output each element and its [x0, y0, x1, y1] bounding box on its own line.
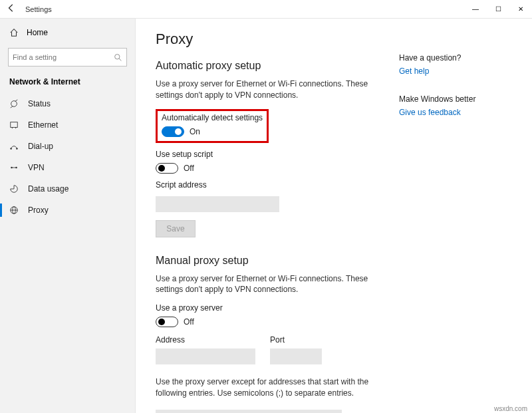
- page-title: Proxy: [156, 31, 386, 48]
- minimize-button[interactable]: —: [464, 0, 487, 19]
- sidebar-item-label: VPN: [28, 163, 45, 172]
- svg-rect-5: [11, 122, 18, 128]
- svg-point-0: [115, 54, 120, 59]
- proxy-address-label: Address: [156, 335, 255, 344]
- sidebar-item-proxy[interactable]: Proxy: [0, 200, 135, 221]
- svg-line-3: [15, 100, 18, 102]
- vpn-icon: [9, 163, 19, 172]
- question-title: Have a question?: [399, 53, 512, 63]
- setup-script-toggle[interactable]: [156, 163, 178, 174]
- sidebar-item-vpn[interactable]: VPN: [0, 157, 135, 178]
- auto-detect-label: Automatically detect settings: [162, 113, 263, 122]
- get-help-link[interactable]: Get help: [399, 67, 512, 76]
- proxy-address-input[interactable]: [156, 348, 255, 364]
- setup-script-label: Use setup script: [156, 150, 386, 159]
- auto-detect-toggle[interactable]: [162, 126, 184, 137]
- proxy-except-input[interactable]: [156, 410, 342, 413]
- use-proxy-toggle[interactable]: [156, 317, 178, 327]
- svg-point-2: [11, 101, 17, 107]
- search-icon: [114, 53, 122, 62]
- proxy-except-text: Use the proxy server except for addresse…: [156, 376, 386, 399]
- sidebar-item-ethernet[interactable]: Ethernet: [0, 114, 135, 136]
- highlight-auto-detect: Automatically detect settings On: [156, 109, 269, 143]
- sidebar-item-status[interactable]: Status: [0, 93, 135, 114]
- svg-point-8: [10, 148, 12, 150]
- auto-save-button[interactable]: Save: [156, 220, 196, 237]
- datausage-icon: [9, 184, 19, 194]
- auto-section-heading: Automatic proxy setup: [156, 60, 386, 72]
- window-caption: Settings: [25, 5, 52, 13]
- search-input-wrap[interactable]: [8, 48, 127, 67]
- content-panel: Proxy Automatic proxy setup Use a proxy …: [156, 31, 386, 413]
- auto-section-desc: Use a proxy server for Ethernet or Wi-Fi…: [156, 78, 386, 101]
- footer-credit: wsxdn.com: [492, 404, 529, 413]
- proxy-port-input[interactable]: [270, 348, 322, 364]
- sidebar-item-label: Proxy: [28, 206, 49, 215]
- sidebar: Home Network & Internet Status Ethernet …: [0, 19, 136, 413]
- home-icon: [9, 28, 19, 37]
- sidebar-item-datausage[interactable]: Data usage: [0, 178, 135, 200]
- sidebar-section-header: Network & Internet: [0, 76, 135, 93]
- proxy-icon: [9, 206, 19, 215]
- titlebar: Settings — ☐ ✕: [0, 0, 532, 19]
- script-address-label: Script address: [156, 180, 386, 190]
- home-label: Home: [27, 28, 48, 37]
- sidebar-item-label: Data usage: [28, 184, 68, 194]
- script-address-input[interactable]: [156, 196, 279, 212]
- svg-line-1: [119, 59, 121, 61]
- sidebar-item-label: Ethernet: [28, 120, 58, 130]
- auto-detect-state: On: [190, 127, 200, 136]
- status-icon: [9, 99, 19, 108]
- back-icon[interactable]: [7, 3, 16, 15]
- ethernet-icon: [9, 120, 19, 130]
- manual-section-desc: Use a proxy server for Ethernet or Wi-Fi…: [156, 273, 386, 296]
- feedback-title: Make Windows better: [399, 94, 512, 104]
- svg-point-9: [16, 148, 18, 150]
- feedback-link[interactable]: Give us feedback: [399, 108, 512, 117]
- use-proxy-label: Use a proxy server: [156, 303, 386, 313]
- dialup-icon: [9, 142, 19, 151]
- svg-line-4: [11, 106, 13, 108]
- use-proxy-state: Off: [184, 317, 194, 327]
- setup-script-state: Off: [184, 164, 194, 173]
- close-button[interactable]: ✕: [509, 0, 532, 19]
- home-link[interactable]: Home: [0, 24, 135, 41]
- sidebar-item-label: Dial-up: [28, 142, 53, 151]
- proxy-port-label: Port: [270, 335, 322, 344]
- maximize-button[interactable]: ☐: [487, 0, 509, 19]
- manual-section-heading: Manual proxy setup: [156, 255, 386, 267]
- sidebar-item-dialup[interactable]: Dial-up: [0, 136, 135, 157]
- search-input[interactable]: [13, 53, 114, 61]
- sidebar-item-label: Status: [28, 99, 51, 108]
- aside-panel: Have a question? Get help Make Windows b…: [399, 31, 512, 413]
